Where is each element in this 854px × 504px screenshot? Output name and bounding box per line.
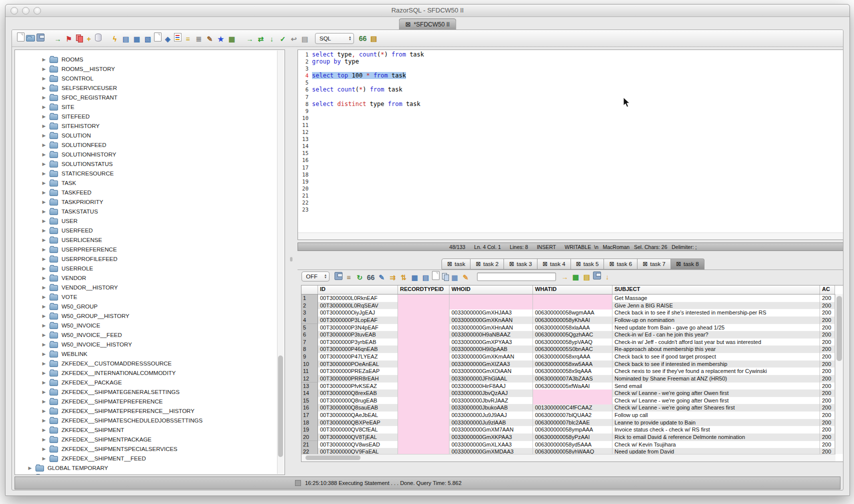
history-notes-icon[interactable]: ▤ [300,34,310,44]
table-h-scrollbar[interactable] [302,454,836,462]
table-cell[interactable]: 00T3000000QV8wsEAD [318,441,398,449]
disclosure-triangle-icon[interactable]: ▶ [41,86,47,90]
filter-results-icon[interactable]: ≡ [344,272,354,282]
table-cell[interactable]: 200 [820,368,835,376]
table-row[interactable]: 2000T3000000QV8TjEAL0033000000GmXKPAA300… [302,434,835,441]
table-cell[interactable]: 200 [820,426,835,434]
view-row-glasses-icon[interactable]: 66 [366,272,376,282]
table-cell[interactable]: 00630000007blQUAA2 [533,412,612,420]
table-cell[interactable]: 00T3000000P3yrbEAB [318,338,398,346]
table-cell[interactable]: 00T3000000Q8rugEAB [318,397,398,405]
disclosure-triangle-icon[interactable]: ▶ [41,190,47,195]
table-row[interactable]: 1100T3000000PREZaEAP0033000000GmXOiAAN00… [302,368,835,375]
column-header-whoid[interactable]: WHOID [450,286,533,294]
tree-item[interactable]: ▶W50_GROUP__HISTORY [15,311,284,320]
align-lines-icon[interactable]: ≣ [194,34,204,44]
table-cell[interactable]: 00630000005xfWaAAI [533,382,612,390]
table-cell[interactable]: Rick to email David & reference Delmonte… [612,434,820,442]
results-tab-task-6[interactable]: ⊠task 6 [604,258,638,270]
copy-rows-icon[interactable] [441,272,448,280]
table-cell[interactable]: 200 [820,338,835,346]
table-cell[interactable]: 006300000058xrqAAA [533,353,612,361]
disclosure-triangle-icon[interactable]: ▶ [41,266,47,271]
table-cell[interactable]: 00T3000000QV8TjEAL [318,434,398,442]
table-cell[interactable]: 0033000000JbvQzAAJ [450,390,533,398]
table-cell[interactable]: Invoice status check - check w/ RS first [612,426,820,434]
table-cell[interactable] [398,434,450,442]
describe-table-icon[interactable]: ▤ [121,34,130,44]
table-cell[interactable]: Follow up call [612,412,820,420]
table-cell[interactable]: 006300000058ympAAA [533,426,612,434]
row-number[interactable]: 20 [302,434,318,442]
table-cell[interactable]: 0033000000GmXIZAA3 [450,360,533,368]
table-cell[interactable]: Check back to see if good target prospec… [612,353,820,361]
table-cell[interactable]: Check back in to see if she's interested… [612,309,820,317]
row-number[interactable]: 19 [302,426,318,434]
disclosure-triangle-icon[interactable]: ▶ [41,446,47,452]
table-cell[interactable]: Nominated by Shane Freeman at ANZ (HR50) [612,375,820,383]
table-cell[interactable]: 0033000000GmXLXAA3 [450,441,533,449]
tree-item[interactable]: ▶VENDOR [15,273,284,282]
disclosure-triangle-icon[interactable]: ▶ [41,114,47,119]
tree-scrollbar[interactable] [277,50,284,474]
results-tab-task-4[interactable]: ⊠task 4 [538,258,571,270]
table-cell[interactable] [533,397,612,405]
close-tab-icon[interactable]: ⊠ [406,21,411,28]
row-number[interactable]: 13 [302,382,318,390]
table-cell[interactable] [398,316,450,324]
table-cell[interactable]: 0033000000Ju9J9AAJ [450,412,533,420]
table-cell[interactable]: 006300000058yKhAAI [533,316,612,324]
insert-row-icon[interactable]: ⇉ [388,272,398,282]
row-number[interactable]: 6 [302,331,318,339]
table-cell[interactable]: 200 [820,353,835,361]
execute-all-icon[interactable]: ⇄ [256,34,266,44]
table-cell[interactable]: 00T3000000QV8CfEAL [318,426,398,434]
table-cell[interactable]: 0033000000Ju9zlAAB [450,419,533,427]
table-cell[interactable]: 006300000058xlaAAA [533,324,612,332]
tree-item[interactable]: ▶SOLUTIONHISTORY [15,150,284,159]
results-tab-task-7[interactable]: ⊠task 7 [638,258,671,270]
tree-item[interactable]: ▶SITEFEED [15,112,284,121]
refresh-objects-icon[interactable]: ▧ [143,34,152,44]
tree-item[interactable]: ▶SCONTROL [15,74,284,83]
close-tab-icon[interactable]: ⊠ [576,260,581,268]
save-results-icon[interactable] [334,272,342,280]
execute-lightning-icon[interactable]: ϟ [110,34,120,44]
table-cell[interactable] [398,382,450,390]
disclosure-triangle-icon[interactable]: ▶ [41,57,47,62]
disclosure-triangle-icon[interactable]: ▶ [41,352,47,356]
table-cell[interactable]: Leanne to provide update to Bain [612,419,820,427]
table-row[interactable]: 200T3000000L0RqSEAVGive Jenn a BIG RAISE… [302,302,835,310]
close-tab-icon[interactable]: ⊠ [476,260,480,268]
table-cell[interactable]: 00T3000000PRR8rEAH [318,375,398,383]
table-cell[interactable]: 200 [820,434,835,442]
disclosure-triangle-icon[interactable]: ▶ [41,456,47,461]
table-cell[interactable]: Check w/ Kevin Tsujihara [612,441,820,449]
append-table-icon[interactable]: ▦ [571,272,580,282]
tree-item[interactable]: ▶GLOBAL TEMPORARY [15,463,284,472]
tree-item[interactable]: ▶USERPROFILEFEED [15,254,284,264]
table-cell[interactable]: 00T3000000L0RqSEAV [318,302,398,310]
help-book-icon[interactable]: ◈ [163,34,172,44]
tree-item[interactable]: ▶VOTE [15,292,284,302]
row-number[interactable]: 7 [302,338,318,346]
favorites-star-icon[interactable]: ★ [216,34,226,44]
table-cell[interactable] [533,390,612,398]
table-cell[interactable] [533,302,612,310]
table-cell[interactable]: 00T3000000L0RknEAF [318,294,398,302]
tree-item[interactable]: ▶VENDOR__HISTORY [15,282,284,292]
results-tab-task-3[interactable]: ⊠task 3 [504,258,538,270]
table-cell[interactable] [398,426,450,434]
table-cell[interactable] [398,309,450,317]
sql-code-area[interactable]: select type, count(*) from taskgroup by … [312,51,840,213]
disclosure-triangle-icon[interactable]: ▶ [41,171,47,176]
column-header-subject[interactable]: SUBJECT [612,286,820,294]
table-cell[interactable]: Check w/ Leanne - we're going after Shea… [612,404,820,412]
table-cell[interactable]: 200 [820,331,835,339]
row-number[interactable]: 16 [302,404,318,412]
disclosure-triangle-icon[interactable]: ▶ [41,200,47,204]
table-cell[interactable]: 006300000058xw5AAA [533,360,612,368]
tree-item[interactable]: ▶TASK [15,178,284,188]
document-tab[interactable]: ⊠ *SFDCW50 II [399,18,456,30]
table-cell[interactable]: 200 [820,294,835,302]
